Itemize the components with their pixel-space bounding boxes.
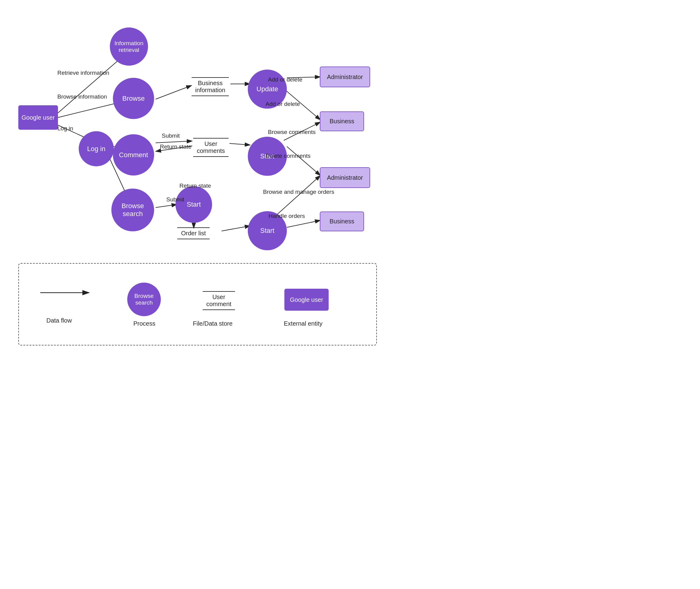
label-browse-manage-orders: Browse and manage orders xyxy=(263,189,334,195)
business1-node: Business xyxy=(320,112,364,131)
browse-node: Browse xyxy=(113,78,154,119)
svg-line-21 xyxy=(287,220,320,227)
label-handle-orders: Handle orders xyxy=(268,213,305,219)
legend-datastore-label: File/Data store xyxy=(193,320,233,327)
legend-process-label: Process xyxy=(133,320,155,327)
label-submit-browse: Submit xyxy=(166,196,184,203)
svg-line-19 xyxy=(222,226,250,231)
label-browse-info: Browse information xyxy=(57,93,107,100)
svg-line-20 xyxy=(275,176,320,217)
legend-arrow-svg xyxy=(40,288,95,297)
label-browse-comments: Browse comments xyxy=(268,129,315,136)
svg-line-11 xyxy=(156,141,192,143)
start-browse-node: Start xyxy=(176,186,212,223)
label-submit-comment: Submit xyxy=(162,133,180,139)
user-comments-datastore: Usercomments xyxy=(191,138,231,157)
svg-line-14 xyxy=(287,147,320,176)
business2-node: Business xyxy=(320,211,364,231)
legend-entity-rect: Google user xyxy=(284,289,329,311)
information-retrieval-node: Informationretrieval xyxy=(110,27,148,66)
svg-line-7 xyxy=(156,85,192,99)
label-add-delete-2: Add or delete xyxy=(265,101,300,108)
svg-line-13 xyxy=(229,144,250,145)
legend-data-flow-label: Data flow xyxy=(46,317,72,324)
legend-entity-label: External entity xyxy=(284,320,322,327)
legend-datastore: Usercomment xyxy=(199,291,239,310)
label-retrieve-info: Retrieve information xyxy=(57,69,109,76)
label-return-state-browse: Return state xyxy=(180,183,211,189)
label-login: Log in xyxy=(57,125,73,132)
svg-line-16 xyxy=(156,204,177,208)
google-user-node: Google user xyxy=(18,105,58,130)
label-add-delete-1: Add or delete xyxy=(268,76,302,83)
legend-box: Data flow Browsesearch Process Usercomme… xyxy=(18,263,377,346)
label-return-state-comment: Return state xyxy=(160,144,192,150)
label-delete-comments: Delete comments xyxy=(265,153,311,159)
legend-process-circle: Browsesearch xyxy=(127,282,161,316)
login-node: Log in xyxy=(79,131,114,166)
browse-search-node: Browsesearch xyxy=(111,189,154,231)
order-list-datastore: Order list xyxy=(172,227,215,239)
admin1-node: Administrator xyxy=(320,66,370,87)
comment-node: Comment xyxy=(113,134,154,176)
diagram-container: Google user Informationretrieval Browse … xyxy=(0,0,700,589)
admin2-node: Administrator xyxy=(320,167,370,188)
business-info-datastore: Businessinformation xyxy=(187,77,233,96)
